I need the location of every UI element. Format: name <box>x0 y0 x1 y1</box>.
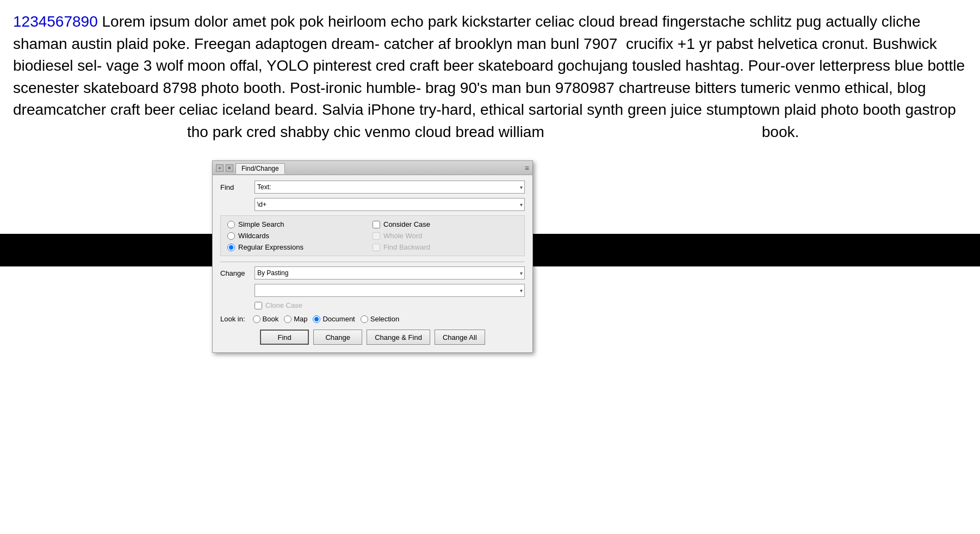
lookin-document-label: Document <box>322 315 355 323</box>
consider-case-checkbox[interactable] <box>373 221 380 228</box>
find-backward-label: Find Backward <box>383 243 430 251</box>
dialog-title: Find/Change <box>241 165 279 172</box>
section-divider <box>220 262 525 262</box>
lookin-map-label: Map <box>294 315 307 323</box>
change-input-row: ▾ <box>255 284 525 297</box>
find-pattern-input[interactable] <box>255 198 525 211</box>
lookin-label: Look in: <box>220 315 245 323</box>
pattern-wrapper: ▾ <box>255 198 525 211</box>
options-section: Simple Search Wildcards Regular Expressi… <box>220 215 525 256</box>
simple-search-label: Simple Search <box>238 220 284 228</box>
consider-case-row: Consider Case <box>373 220 518 228</box>
find-button[interactable]: Find <box>260 330 309 345</box>
wildcards-label: Wildcards <box>238 232 269 240</box>
clone-case-label: Clone Case <box>265 301 302 309</box>
change-all-button[interactable]: Change All <box>435 330 485 345</box>
whole-word-checkbox[interactable] <box>373 232 380 240</box>
menu-icon[interactable]: ≡ <box>525 164 529 172</box>
whole-word-label: Whole Word <box>383 232 422 240</box>
lookin-selection-label: Selection <box>370 315 399 323</box>
lookin-book-label: Book <box>263 315 279 323</box>
find-change-dialog: « ✕ Find/Change ≡ Find Text: GREP Glyph … <box>212 160 533 353</box>
lookin-document-radio[interactable] <box>313 315 320 323</box>
change-pattern-wrapper: ▾ <box>255 284 525 297</box>
dialog-content: Find Text: GREP Glyph Object ▾ ▾ <box>213 175 532 352</box>
lookin-selection: Selection <box>361 315 399 323</box>
button-row: Find Change Change & Find Change All <box>220 330 525 345</box>
change-type-wrapper: By Pasting To Nothing To Text ▾ <box>255 266 525 280</box>
options-right: Consider Case Whole Word Find Backward <box>373 220 518 251</box>
clone-case-row: Clone Case <box>255 301 525 309</box>
simple-search-radio[interactable] <box>227 221 235 228</box>
regex-label: Regular Expressions <box>238 243 303 251</box>
lookin-map: Map <box>284 315 307 323</box>
lookin-book-radio[interactable] <box>253 315 260 323</box>
wildcards-radio[interactable] <box>227 232 235 240</box>
find-type-select[interactable]: Text: GREP Glyph Object <box>255 181 525 194</box>
change-type-row: Change By Pasting To Nothing To Text ▾ <box>220 266 525 280</box>
clone-case-checkbox[interactable] <box>255 302 262 309</box>
titlebar-left: « ✕ Find/Change <box>216 163 285 173</box>
regex-row: Regular Expressions <box>227 243 373 251</box>
lookin-book: Book <box>253 315 279 323</box>
lookin-section: Look in: Book Map Document Selection <box>220 315 525 323</box>
dialog-titlebar: « ✕ Find/Change ≡ <box>213 161 532 175</box>
change-button[interactable]: Change <box>313 330 362 345</box>
find-type-wrapper: Text: GREP Glyph Object ▾ <box>255 181 525 194</box>
wildcards-row: Wildcards <box>227 232 373 240</box>
titlebar-right: ≡ <box>525 164 529 172</box>
change-type-select[interactable]: By Pasting To Nothing To Text <box>255 266 525 280</box>
lookin-map-radio[interactable] <box>284 315 291 323</box>
find-label: Find <box>220 183 250 191</box>
options-left: Simple Search Wildcards Regular Expressi… <box>227 220 373 251</box>
change-find-button[interactable]: Change & Find <box>367 330 430 345</box>
lookin-document: Document <box>313 315 355 323</box>
consider-case-label: Consider Case <box>383 220 430 228</box>
change-section: Change By Pasting To Nothing To Text ▾ ▾ <box>220 266 525 297</box>
find-backward-checkbox[interactable] <box>373 244 380 251</box>
pattern-row: ▾ <box>255 198 525 211</box>
simple-search-row: Simple Search <box>227 220 373 228</box>
lookin-selection-radio[interactable] <box>361 315 368 323</box>
highlighted-text: 1234567890 <box>13 13 98 30</box>
find-backward-row: Find Backward <box>373 243 518 251</box>
collapse-button[interactable]: « <box>216 164 224 172</box>
dialog-title-tab: Find/Change <box>235 163 285 174</box>
close-button[interactable]: ✕ <box>226 164 233 172</box>
find-type-row: Find Text: GREP Glyph Object ▾ <box>220 181 525 194</box>
regex-radio[interactable] <box>227 244 235 251</box>
change-label: Change <box>220 269 250 277</box>
whole-word-row: Whole Word <box>373 232 518 240</box>
change-pattern-input[interactable] <box>255 284 525 297</box>
